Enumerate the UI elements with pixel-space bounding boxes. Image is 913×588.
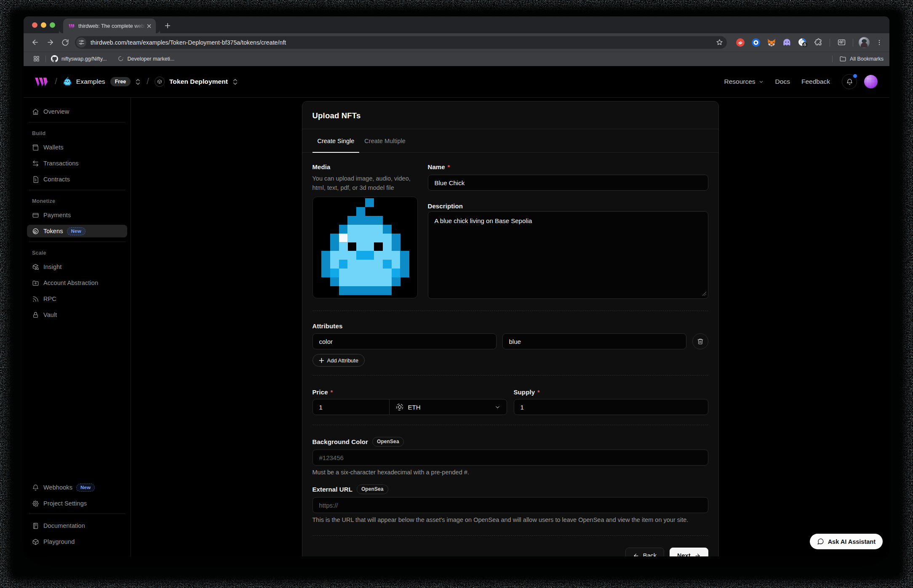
delete-attribute-button[interactable] bbox=[692, 333, 708, 349]
upload-nfts-card: Upload NFTs Create Single Create Multipl… bbox=[302, 101, 719, 556]
nav-resources[interactable]: Resources bbox=[724, 78, 764, 85]
nav-feedback[interactable]: Feedback bbox=[801, 78, 830, 85]
notifications-button[interactable] bbox=[842, 74, 857, 89]
thirdweb-page: / Examples Free / Token Deployment Reso bbox=[24, 66, 889, 556]
folder-icon bbox=[839, 55, 846, 62]
cube-icon bbox=[32, 538, 39, 545]
project-switcher-icon[interactable] bbox=[232, 78, 238, 85]
browser-menu-icon[interactable] bbox=[873, 37, 885, 48]
supply-input[interactable] bbox=[514, 399, 708, 415]
extensions-puzzle-icon[interactable] bbox=[812, 37, 824, 48]
notification-dot bbox=[853, 74, 857, 78]
sidebar-item-wallets[interactable]: Wallets bbox=[27, 141, 127, 154]
attribute-name-input[interactable] bbox=[312, 333, 497, 349]
site-info-icon[interactable] bbox=[76, 37, 86, 48]
background-color-input[interactable] bbox=[312, 450, 708, 466]
browser-tab[interactable]: thirdweb: The complete web3 bbox=[63, 19, 156, 33]
extension-red-icon[interactable] bbox=[734, 37, 746, 48]
thirdweb-logo[interactable] bbox=[35, 77, 49, 87]
toolbar-separator bbox=[830, 39, 830, 46]
window-fullscreen-button[interactable] bbox=[50, 22, 55, 28]
back-button[interactable]: Back bbox=[625, 548, 664, 556]
ask-ai-assistant-button[interactable]: Ask AI Assistant bbox=[810, 534, 883, 549]
sidebar-item-contracts[interactable]: Contracts bbox=[27, 173, 127, 186]
browser-profile-avatar[interactable] bbox=[859, 37, 870, 48]
sidebar-item-vault[interactable]: Vault bbox=[27, 309, 127, 321]
sidebar-item-transactions[interactable]: Transactions bbox=[27, 157, 127, 170]
background-color-label: Background Color bbox=[312, 437, 368, 446]
token-icon bbox=[32, 228, 39, 235]
metamask-icon[interactable] bbox=[766, 37, 777, 48]
sidebar-item-playground[interactable]: Playground bbox=[27, 535, 127, 548]
attribute-value-input[interactable] bbox=[502, 333, 686, 349]
chat-icon bbox=[817, 538, 824, 545]
forward-icon[interactable] bbox=[44, 36, 56, 49]
card-title: Upload NFTs bbox=[312, 111, 708, 120]
sidebar-section-build: Build bbox=[27, 129, 127, 138]
sidebar-item-account-abstraction[interactable]: Account Abstraction bbox=[27, 277, 127, 289]
bookmark-star-icon[interactable] bbox=[714, 37, 724, 48]
sidebar-item-rpc[interactable]: RPC bbox=[27, 293, 127, 305]
sidebar-item-documentation[interactable]: Documentation bbox=[27, 519, 127, 532]
gear-icon bbox=[32, 500, 39, 507]
arrows-icon bbox=[32, 160, 39, 167]
window-minimize-button[interactable] bbox=[41, 22, 46, 28]
name-input[interactable] bbox=[428, 175, 708, 191]
sidebar-divider bbox=[29, 514, 125, 514]
bookmarks-separator bbox=[45, 56, 46, 62]
browser-toolbar: thirdweb.com/team/examples/Token-Deploym… bbox=[24, 33, 889, 51]
sidebar-item-payments[interactable]: Payments bbox=[27, 209, 127, 221]
media-preview[interactable] bbox=[312, 197, 418, 298]
arrow-left-icon bbox=[633, 553, 639, 557]
sidebar-item-tokens[interactable]: Tokens New bbox=[27, 225, 127, 237]
new-tab-button[interactable] bbox=[162, 20, 174, 32]
attributes-label: Attributes bbox=[312, 321, 708, 330]
bookmark-label: niftyswap.gg/Nifty... bbox=[61, 56, 107, 62]
sidebar-item-overview[interactable]: Overview bbox=[27, 105, 127, 118]
apps-grid-icon[interactable] bbox=[32, 55, 40, 63]
breadcrumb: / Examples Free / Token Deployment bbox=[35, 77, 238, 87]
window-controls bbox=[32, 16, 55, 33]
extension-target-icon[interactable] bbox=[750, 37, 762, 48]
phantom-icon[interactable] bbox=[781, 37, 793, 48]
wallet-icon bbox=[32, 144, 39, 151]
address-bar[interactable]: thirdweb.com/team/examples/Token-Deploym… bbox=[75, 36, 727, 49]
side-panel-icon[interactable] bbox=[836, 37, 847, 48]
account-avatar[interactable] bbox=[864, 75, 878, 88]
sidebar-item-webhooks[interactable]: Webhooks New bbox=[27, 481, 127, 494]
project-name[interactable]: Token Deployment bbox=[169, 78, 228, 85]
team-avatar bbox=[63, 77, 72, 86]
external-url-input[interactable] bbox=[312, 497, 708, 513]
all-bookmarks-button[interactable]: All Bookmarks bbox=[839, 55, 884, 62]
github-icon bbox=[51, 55, 58, 62]
currency-select[interactable]: ETH bbox=[390, 399, 507, 415]
team-name[interactable]: Examples bbox=[76, 78, 105, 85]
toolbar-separator bbox=[853, 39, 853, 46]
sidebar-item-project-settings[interactable]: Project Settings bbox=[27, 497, 127, 510]
price-input[interactable] bbox=[313, 399, 390, 415]
tab-create-single[interactable]: Create Single bbox=[312, 129, 360, 152]
nav-docs[interactable]: Docs bbox=[775, 78, 790, 85]
insight-icon bbox=[32, 263, 39, 271]
back-icon[interactable] bbox=[29, 36, 41, 49]
add-attribute-button[interactable]: Add Attribute bbox=[312, 354, 365, 367]
tab-create-multiple[interactable]: Create Multiple bbox=[359, 129, 411, 152]
next-button[interactable]: Next bbox=[670, 548, 708, 556]
description-input[interactable]: A blue chick living on Base Sepolia bbox=[428, 211, 708, 299]
sidebar-section-scale: Scale bbox=[27, 249, 127, 257]
opensea-badge: OpenSea bbox=[357, 484, 388, 494]
bell-icon bbox=[32, 484, 39, 491]
media-hint: You can upload image, audio, video, html… bbox=[312, 174, 418, 192]
opensea-badge: OpenSea bbox=[372, 437, 404, 447]
team-switcher-icon[interactable] bbox=[135, 78, 141, 85]
sidebar-item-insight[interactable]: Insight bbox=[27, 261, 127, 273]
tab-close-icon[interactable] bbox=[146, 23, 152, 29]
password-manager-icon[interactable] bbox=[797, 37, 809, 48]
bookmark-developer-marketing[interactable]: Developer marketi... bbox=[117, 56, 174, 62]
thirdweb-favicon-icon bbox=[68, 23, 75, 29]
bookmark-niftyswap[interactable]: niftyswap.gg/Nifty... bbox=[51, 55, 107, 62]
reload-icon[interactable] bbox=[59, 36, 72, 49]
window-close-button[interactable] bbox=[32, 22, 37, 28]
sidebar-section-monetize: Monetize bbox=[27, 197, 127, 205]
breadcrumb-separator: / bbox=[147, 76, 149, 86]
